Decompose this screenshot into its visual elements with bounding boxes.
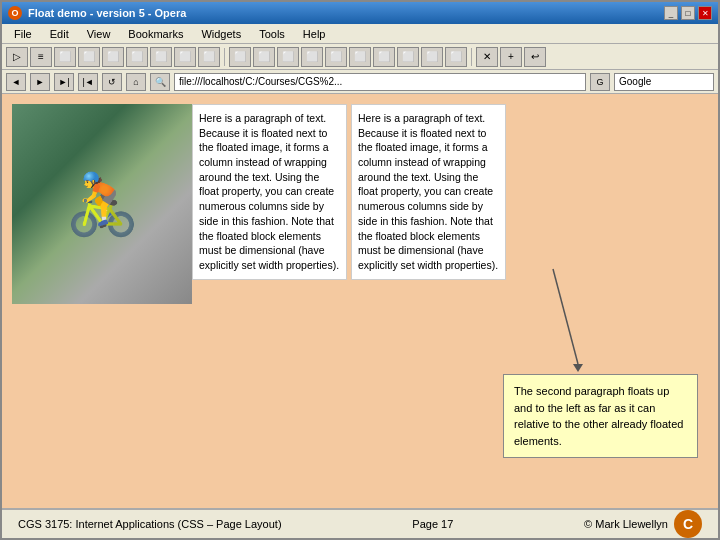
maximize-button[interactable]: □ [681,6,695,20]
content-area: Here is a paragraph of text. Because it … [12,104,708,304]
menu-help[interactable]: Help [295,26,334,42]
footer-right: © Mark Llewellyn C [584,510,702,538]
tb-btn-13[interactable]: ⬜ [301,47,323,67]
tb-close-tab[interactable]: ✕ [476,47,498,67]
address-text: file:///localhost/C:/Courses/CGS%2... [179,76,342,87]
toolbar-separator [224,48,225,66]
menu-edit[interactable]: Edit [42,26,77,42]
paragraph-1-text: Here is a paragraph of text. Because it … [199,112,339,271]
footer: CGS 3175: Internet Applications (CSS – P… [2,508,718,538]
search-label: Google [619,76,651,87]
tb-btn-3[interactable]: ⬜ [54,47,76,67]
svg-marker-1 [573,364,583,372]
tb-btn-6[interactable]: ⬜ [126,47,148,67]
nav-reload[interactable]: ↺ [102,73,122,91]
window-controls: _ □ ✕ [664,6,712,20]
window-title: Float demo - version 5 - Opera [28,7,186,19]
opera-icon: O [8,6,22,20]
tb-btn-19[interactable]: ⬜ [445,47,467,67]
address-input[interactable]: file:///localhost/C:/Courses/CGS%2... [174,73,586,91]
tb-btn-2[interactable]: ≡ [30,47,52,67]
menu-file[interactable]: File [6,26,40,42]
footer-course: CGS 3175: Internet Applications (CSS – P… [18,518,282,530]
nav-skip-forward[interactable]: ►| [54,73,74,91]
title-bar: O Float demo - version 5 - Opera _ □ ✕ [2,2,718,24]
search-input[interactable]: Google [614,73,714,91]
nav-search[interactable]: 🔍 [150,73,170,91]
tb-back[interactable]: ↩ [524,47,546,67]
nav-forward[interactable]: ► [30,73,50,91]
browser-window: O Float demo - version 5 - Opera _ □ ✕ F… [0,0,720,540]
tb-btn-9[interactable]: ⬜ [198,47,220,67]
tb-btn-4[interactable]: ⬜ [78,47,100,67]
callout-text: The second paragraph floats up and to th… [514,385,683,447]
paragraph-2-text: Here is a paragraph of text. Because it … [358,112,498,271]
tb-btn-11[interactable]: ⬜ [253,47,275,67]
address-bar: ◄ ► ►| |◄ ↺ ⌂ 🔍 file:///localhost/C:/Cou… [2,70,718,94]
callout-container: The second paragraph floats up and to th… [503,374,698,458]
callout-box: The second paragraph floats up and to th… [503,374,698,458]
menu-bar: File Edit View Bookmarks Widgets Tools H… [2,24,718,44]
go-button[interactable]: G [590,73,610,91]
tb-btn-16[interactable]: ⬜ [373,47,395,67]
close-button[interactable]: ✕ [698,6,712,20]
text-block-1: Here is a paragraph of text. Because it … [192,104,347,280]
footer-logo: C [674,510,702,538]
tb-btn-10[interactable]: ⬜ [229,47,251,67]
tb-btn-5[interactable]: ⬜ [102,47,124,67]
tb-new-tab[interactable]: + [500,47,522,67]
menu-bookmarks[interactable]: Bookmarks [120,26,191,42]
nav-home[interactable]: ⌂ [126,73,146,91]
tb-btn-12[interactable]: ⬜ [277,47,299,67]
browser-content: Here is a paragraph of text. Because it … [2,94,718,508]
tb-btn-8[interactable]: ⬜ [174,47,196,67]
title-bar-left: O Float demo - version 5 - Opera [8,6,186,20]
tb-btn-18[interactable]: ⬜ [421,47,443,67]
callout-arrow-svg [523,264,603,374]
footer-copyright: © Mark Llewellyn [584,518,668,530]
nav-back[interactable]: ◄ [6,73,26,91]
minimize-button[interactable]: _ [664,6,678,20]
tb-btn-7[interactable]: ⬜ [150,47,172,67]
cyclist-image [12,104,192,304]
tb-btn-14[interactable]: ⬜ [325,47,347,67]
tb-btn-1[interactable]: ▷ [6,47,28,67]
footer-page: Page 17 [412,518,453,530]
tb-btn-15[interactable]: ⬜ [349,47,371,67]
menu-view[interactable]: View [79,26,119,42]
text-block-2: Here is a paragraph of text. Because it … [351,104,506,280]
toolbar: ▷ ≡ ⬜ ⬜ ⬜ ⬜ ⬜ ⬜ ⬜ ⬜ ⬜ ⬜ ⬜ ⬜ ⬜ ⬜ ⬜ ⬜ ⬜ ✕ … [2,44,718,70]
toolbar-separator-2 [471,48,472,66]
nav-skip-back[interactable]: |◄ [78,73,98,91]
svg-line-0 [553,269,578,364]
menu-tools[interactable]: Tools [251,26,293,42]
menu-widgets[interactable]: Widgets [193,26,249,42]
tb-btn-17[interactable]: ⬜ [397,47,419,67]
